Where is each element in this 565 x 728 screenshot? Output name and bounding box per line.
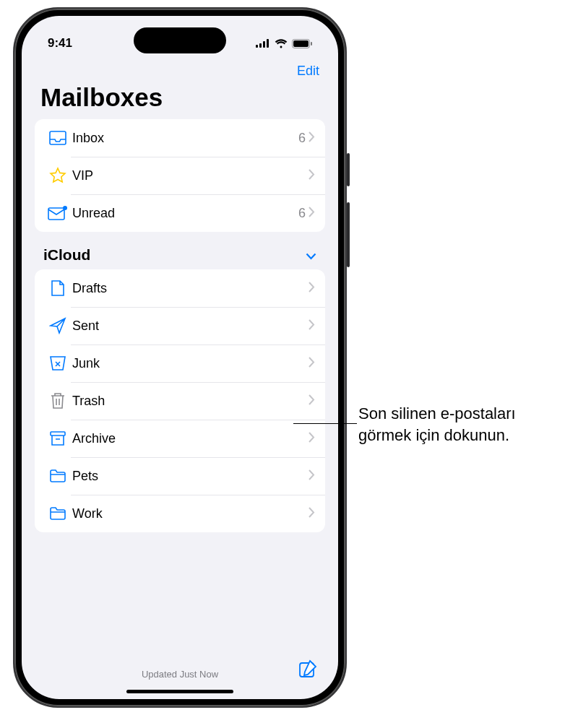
- archive-icon: [45, 430, 71, 446]
- page-title: Mailboxes: [22, 80, 338, 119]
- phone-frame: 9:41 Edit Mailboxes Inbox 6: [13, 7, 347, 708]
- chevron-right-icon: [309, 207, 315, 220]
- status-right: [256, 39, 312, 48]
- svg-rect-6: [311, 42, 312, 46]
- row-label: Sent: [71, 318, 309, 334]
- icloud-group: Drafts Sent Junk: [35, 269, 325, 532]
- dynamic-island: [134, 27, 226, 53]
- mailbox-inbox[interactable]: Inbox 6: [35, 119, 325, 157]
- footer-status: Updated Just Now: [142, 669, 218, 680]
- svg-rect-2: [263, 41, 265, 48]
- chevron-right-icon: [309, 282, 315, 295]
- star-icon: [45, 167, 71, 184]
- mailbox-folder-work[interactable]: Work: [35, 495, 325, 532]
- row-count: 6: [298, 131, 306, 146]
- callout-text: Son silinen e-postaları görmek için doku…: [358, 403, 561, 446]
- mailbox-vip[interactable]: VIP: [35, 157, 325, 194]
- callout-line: [293, 423, 357, 424]
- section-header-icloud[interactable]: iCloud: [35, 232, 325, 269]
- mailbox-trash[interactable]: Trash: [35, 382, 325, 420]
- row-label: Archive: [71, 431, 309, 446]
- status-time: 9:41: [48, 36, 72, 51]
- row-label: Junk: [71, 356, 309, 371]
- row-count: 6: [298, 206, 306, 221]
- svg-rect-9: [51, 432, 65, 436]
- wifi-icon: [275, 39, 288, 48]
- drafts-icon: [45, 280, 71, 297]
- side-button: [347, 153, 350, 186]
- trash-icon: [45, 392, 71, 410]
- junk-icon: [45, 355, 71, 371]
- edit-button[interactable]: Edit: [297, 64, 319, 79]
- chevron-right-icon: [309, 169, 315, 183]
- folder-icon: [45, 506, 71, 521]
- svg-rect-5: [293, 40, 309, 47]
- inbox-icon: [45, 131, 71, 145]
- screen: 9:41 Edit Mailboxes Inbox 6: [22, 16, 338, 699]
- chevron-right-icon: [309, 469, 315, 483]
- svg-rect-0: [256, 45, 258, 48]
- mailbox-sent[interactable]: Sent: [35, 307, 325, 344]
- mailbox-archive[interactable]: Archive: [35, 420, 325, 457]
- battery-icon: [292, 39, 312, 48]
- section-title: iCloud: [43, 246, 90, 264]
- compose-button[interactable]: [298, 659, 318, 682]
- cellular-icon: [256, 39, 270, 48]
- svg-rect-3: [267, 39, 269, 48]
- sent-icon: [45, 317, 71, 334]
- row-label: Trash: [71, 394, 309, 409]
- row-label: VIP: [71, 168, 306, 183]
- unread-icon: [45, 206, 71, 220]
- row-label: Pets: [71, 469, 309, 484]
- mailbox-folder-pets[interactable]: Pets: [35, 457, 325, 495]
- folder-icon: [45, 469, 71, 483]
- row-label: Inbox: [71, 131, 298, 146]
- mailbox-drafts[interactable]: Drafts: [35, 269, 325, 307]
- svg-point-8: [63, 206, 67, 210]
- row-label: Drafts: [71, 281, 309, 296]
- content: Inbox 6 VIP Unread: [22, 119, 338, 649]
- chevron-right-icon: [309, 432, 315, 446]
- side-button: [347, 202, 350, 267]
- chevron-right-icon: [309, 319, 315, 333]
- nav-bar: Edit: [22, 58, 338, 80]
- home-indicator: [126, 690, 233, 693]
- svg-rect-7: [48, 208, 64, 220]
- row-label: Unread: [71, 206, 298, 221]
- chevron-right-icon: [309, 131, 315, 145]
- row-label: Work: [71, 506, 309, 521]
- mailbox-junk[interactable]: Junk: [35, 344, 325, 382]
- mailbox-unread[interactable]: Unread 6: [35, 194, 325, 232]
- favorites-group: Inbox 6 VIP Unread: [35, 119, 325, 232]
- chevron-right-icon: [309, 394, 315, 408]
- chevron-down-icon: [306, 246, 316, 264]
- chevron-right-icon: [309, 357, 315, 370]
- chevron-right-icon: [309, 507, 315, 521]
- svg-rect-1: [259, 43, 262, 48]
